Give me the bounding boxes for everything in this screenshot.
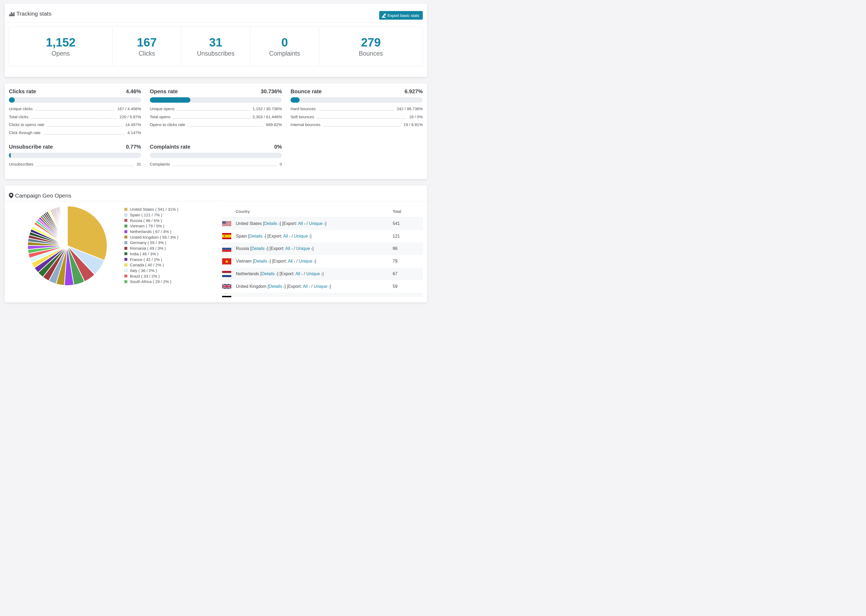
legend-item: United Kingdom ( 59 / 3% ) bbox=[124, 234, 178, 240]
geo-row-export-unique-link[interactable]: Unique › bbox=[296, 246, 312, 251]
geo-row-export-all-link[interactable]: All › bbox=[288, 259, 295, 263]
legend-swatch bbox=[124, 214, 128, 217]
rate-row-label: Unsubscribes bbox=[9, 160, 33, 168]
rate-row-label: Complaints bbox=[150, 160, 170, 168]
legend-swatch bbox=[124, 280, 128, 283]
rate-progress-fill bbox=[150, 97, 191, 103]
rate-row: Click through rate4.147% bbox=[9, 129, 141, 137]
geo-opens-pie-chart bbox=[27, 206, 108, 286]
stat-opens: 1,152 Opens bbox=[9, 27, 112, 66]
geo-row-export-all-link[interactable]: All › bbox=[298, 221, 305, 226]
legend-swatch bbox=[124, 258, 128, 261]
rate-row-value: 0 bbox=[280, 160, 282, 168]
stat-complaints-value: 0 bbox=[281, 36, 288, 49]
rate-row-label: Total opens bbox=[150, 113, 170, 121]
rate-heading-label: Complaints rate bbox=[150, 143, 191, 151]
geo-row-export-unique-link[interactable]: Unique › bbox=[309, 221, 325, 226]
geo-opens-body: United States ( 541 / 31% )Spain ( 121 /… bbox=[9, 201, 423, 302]
legend-swatch bbox=[124, 263, 128, 267]
geo-row-export-all-link[interactable]: All › bbox=[295, 272, 302, 276]
rate-row-label: Unique clicks bbox=[9, 105, 33, 113]
geo-row-export-unique-link[interactable]: Unique › bbox=[301, 297, 317, 297]
dotted-leader bbox=[43, 134, 125, 135]
rate-row-value: 14.497% bbox=[125, 121, 141, 129]
rate-progress-bar bbox=[290, 97, 423, 103]
dotted-leader bbox=[177, 110, 250, 111]
rate-heading: Opens rate30.736% bbox=[150, 88, 282, 95]
geo-row-details-link[interactable]: Details › bbox=[256, 297, 272, 297]
geo-row-country-name: Spain bbox=[236, 234, 247, 238]
dotted-leader bbox=[35, 110, 115, 111]
legend-swatch bbox=[124, 269, 128, 272]
geo-row-country: Netherlands [Details ›] [Export: All › /… bbox=[231, 272, 393, 276]
geo-row-total: 67 bbox=[393, 272, 423, 276]
dotted-leader bbox=[47, 126, 123, 127]
rate-row-label: Unique opens bbox=[150, 105, 175, 113]
rate-heading: Bounce rate6.927% bbox=[290, 88, 423, 95]
flag-icon-es bbox=[222, 233, 231, 239]
rate-group-unsubscribe-rate: Unsubscribe rate0.77%Unsubscribes31 bbox=[9, 143, 141, 168]
rate-heading-value: 6.927% bbox=[405, 88, 423, 95]
legend-swatch bbox=[124, 247, 128, 250]
legend-label: Canada ( 40 / 2% ) bbox=[130, 262, 164, 267]
geo-row-total: 86 bbox=[393, 246, 423, 251]
geo-opens-title: Campaign Geo Opens bbox=[9, 192, 71, 199]
geo-row-export-unique-link[interactable]: Unique › bbox=[306, 272, 323, 276]
legend-label: France ( 42 / 2% ) bbox=[130, 257, 162, 262]
geo-row-export-label: Export: bbox=[283, 221, 297, 226]
legend-label: Vietnam ( 79 / 5% ) bbox=[130, 224, 164, 228]
stat-opens-label: Opens bbox=[52, 49, 70, 58]
rate-heading: Clicks rate4.46% bbox=[9, 88, 141, 95]
dotted-leader bbox=[173, 118, 250, 119]
geo-row-details-link[interactable]: Details › bbox=[249, 234, 265, 238]
rate-row: Clicks to opens rate14.497% bbox=[9, 121, 141, 129]
geo-row-details-link[interactable]: Details › bbox=[254, 259, 269, 263]
legend-label: Italy ( 36 / 2% ) bbox=[130, 268, 157, 273]
legend-swatch bbox=[124, 219, 128, 222]
rate-heading-value: 0.77% bbox=[126, 143, 141, 151]
rate-row-value: 19 / 6.81% bbox=[403, 121, 423, 129]
geo-row-export-all-link[interactable]: All › bbox=[303, 284, 310, 289]
legend-item: India ( 46 / 3% ) bbox=[124, 251, 178, 257]
rate-progress-fill bbox=[290, 97, 299, 103]
geo-row-total: 59 bbox=[393, 284, 423, 289]
rate-row: Total opens2,303 / 61.446% bbox=[150, 113, 282, 121]
geo-table-row-es: Spain [Details ›] [Export: All › / Uniqu… bbox=[222, 230, 423, 242]
stat-unsubscribes-label: Unsubscribes bbox=[197, 49, 234, 58]
legend-label: Spain ( 121 / 7% ) bbox=[130, 212, 162, 217]
geo-row-export-unique-link[interactable]: Unique › bbox=[299, 259, 315, 263]
geo-row-details-link[interactable]: Details › bbox=[252, 246, 267, 251]
stat-bounces: 279 Bounces bbox=[319, 27, 422, 66]
rate-heading: Complaints rate0% bbox=[150, 143, 282, 151]
geo-row-export-unique-link[interactable]: Unique › bbox=[313, 284, 330, 289]
geo-opens-header: Campaign Geo Opens bbox=[5, 185, 427, 201]
legend-item: Russia ( 86 / 5% ) bbox=[124, 218, 178, 223]
geo-opens-legend: United States ( 541 / 31% )Spain ( 121 /… bbox=[124, 207, 178, 284]
legend-item: France ( 42 / 2% ) bbox=[124, 257, 178, 262]
legend-label: Brazil ( 33 / 2% ) bbox=[130, 274, 160, 278]
geo-row-total: 55 bbox=[393, 297, 423, 297]
geo-row-country: Russia [Details ›] [Export: All › / Uniq… bbox=[231, 246, 393, 251]
geo-row-details-link[interactable]: Details › bbox=[269, 284, 285, 289]
geo-row-export-all-link[interactable]: All › bbox=[285, 246, 293, 251]
geo-row-export-unique-link[interactable]: Unique › bbox=[294, 234, 310, 238]
rate-rows: Unique clicks167 / 4.456%Total clicks220… bbox=[9, 105, 141, 137]
geo-row-details-link[interactable]: Details › bbox=[261, 272, 277, 276]
rate-row-label: Clicks to opens rate bbox=[9, 121, 44, 129]
rate-row-value: 4.147% bbox=[128, 129, 141, 137]
export-basic-stats-button[interactable]: Export basic stats bbox=[379, 11, 423, 20]
geo-row-country: Vietnam [Details ›] [Export: All › / Uni… bbox=[231, 259, 393, 264]
rate-row: Complaints0 bbox=[150, 160, 282, 168]
rate-group-opens-rate: Opens rate30.736%Unique opens1,152 / 30.… bbox=[150, 88, 282, 137]
legend-label: United States ( 541 / 31% ) bbox=[130, 207, 178, 212]
dotted-leader bbox=[323, 126, 401, 127]
geo-row-export-all-link[interactable]: All › bbox=[283, 234, 290, 238]
bar-chart-icon bbox=[9, 11, 15, 16]
rate-progress-bar bbox=[9, 152, 141, 158]
rate-row-value: 2,303 / 61.446% bbox=[252, 113, 282, 121]
geo-row-export-all-link[interactable]: All › bbox=[290, 297, 297, 297]
dotted-leader bbox=[173, 165, 277, 166]
geo-row-details-link[interactable]: Details › bbox=[264, 221, 280, 226]
legend-swatch bbox=[124, 236, 128, 239]
geo-table-header: Country Total bbox=[222, 205, 423, 217]
